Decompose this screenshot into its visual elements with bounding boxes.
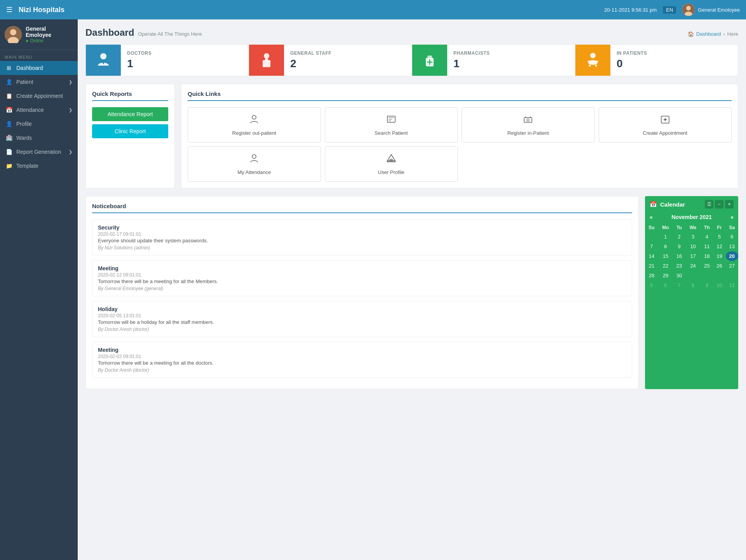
stat-card-in-patients[interactable]: IN PATIENTS 0 — [575, 44, 738, 76]
sidebar-item-patient[interactable]: 👤 Patient ❯ — [0, 75, 78, 89]
calendar-day-cell[interactable]: 16 — [673, 251, 685, 261]
calendar-day-cell[interactable]: 11 — [701, 242, 713, 251]
language-selector[interactable]: EN — [663, 6, 676, 14]
calendar-day-cell[interactable]: 11 — [726, 280, 738, 290]
calendar-day-cell[interactable]: 7 — [673, 280, 685, 290]
stat-card-general-staff[interactable]: GENERAL STAFF 2 — [249, 44, 412, 76]
calendar-day-cell[interactable]: 4 — [701, 232, 713, 242]
calendar-day-cell — [685, 271, 701, 280]
noticeboard-title: Noticeboard — [92, 203, 632, 213]
calendar-day-cell[interactable]: 8 — [658, 242, 673, 251]
menu-toggle-icon[interactable]: ☰ — [6, 5, 12, 14]
calendar-day-cell[interactable]: 24 — [685, 261, 701, 271]
calendar-day-header: Th — [701, 223, 713, 232]
datetime-display: 20-11-2021 9:56:31 pm — [604, 7, 657, 13]
calendar-day-cell[interactable]: 9 — [701, 280, 713, 290]
calendar-day-cell[interactable]: 5 — [645, 280, 658, 290]
calendar-day-cell[interactable]: 26 — [713, 261, 726, 271]
quick-links-grid: Register out-patient Search Patient — [188, 107, 732, 182]
calendar-day-cell[interactable]: 22 — [658, 261, 673, 271]
sidebar-item-attendance[interactable]: 📅 Attendance ❯ — [0, 103, 78, 117]
chevron-right-icon: ❯ — [69, 108, 72, 113]
calendar-day-cell[interactable]: 17 — [685, 251, 701, 261]
calendar-week-row: 14151617181920 — [645, 251, 738, 261]
svg-point-20 — [595, 64, 597, 67]
calendar-widget: 📅 Calendar ☰ − × « November 2021 » — [645, 196, 738, 389]
attendance-report-button[interactable]: Attendance Report — [92, 107, 168, 121]
calendar-week-row: 21222324252627 — [645, 261, 738, 271]
svg-rect-26 — [524, 118, 532, 122]
stat-card-value: 0 — [617, 57, 647, 70]
notice-by: By Doctor Aresh (doctor) — [98, 327, 626, 332]
calendar-day-cell[interactable]: 7 — [645, 242, 658, 251]
sidebar-user-panel: General Emoloyee Online — [0, 19, 78, 50]
sidebar-item-dashboard[interactable]: ⊞ Dashboard — [0, 61, 78, 75]
calendar-day-cell[interactable]: 6 — [658, 280, 673, 290]
quick-link-create-appointment[interactable]: Create Appointment — [599, 107, 732, 143]
calendar-day-cell[interactable]: 27 — [726, 261, 738, 271]
sidebar-item-label: Create Appoinment — [16, 93, 63, 99]
calendar-minimize-button[interactable]: − — [715, 200, 723, 209]
calendar-day-cell[interactable]: 15 — [658, 251, 673, 261]
quick-reports-panel: Quick Reports Attendance Report Clinic R… — [85, 84, 175, 188]
calendar-day-cell[interactable]: 14 — [645, 251, 658, 261]
calendar-next-button[interactable]: » — [730, 214, 734, 220]
calendar-day-cell[interactable]: 6 — [726, 232, 738, 242]
calendar-close-button[interactable]: × — [725, 200, 734, 209]
sidebar-item-template[interactable]: 📁 Template — [0, 159, 78, 173]
user-menu[interactable]: General Emoloyee — [682, 3, 740, 16]
sidebar-item-profile[interactable]: 👤 Profile — [0, 117, 78, 131]
svg-point-19 — [589, 64, 591, 67]
quick-link-search-patient[interactable]: Search Patient — [325, 107, 458, 143]
quick-link-user-profile[interactable]: User Profile — [325, 146, 458, 182]
calendar-day-cell[interactable]: 3 — [685, 232, 701, 242]
calendar-day-cell[interactable]: 28 — [645, 271, 658, 280]
quick-link-register-in-patient[interactable]: Register in-Patient — [462, 107, 595, 143]
chevron-right-icon: ❯ — [69, 150, 72, 155]
stat-card-pharmacists[interactable]: PHARMACISTS 1 — [412, 44, 575, 76]
calendar-prev-button[interactable]: « — [650, 214, 653, 220]
calendar-day-cell[interactable]: 30 — [673, 271, 685, 280]
quick-link-my-attendance[interactable]: My Attendance — [188, 146, 321, 182]
calendar-table: SuMoTuWeThFrSa 1234567891011121314151617… — [645, 223, 738, 290]
calendar-day-cell[interactable]: 23 — [673, 261, 685, 271]
svg-rect-11 — [265, 59, 268, 61]
sidebar-item-wards[interactable]: 🏥 Wards — [0, 131, 78, 145]
calendar-menu-button[interactable]: ☰ — [705, 200, 713, 209]
notice-title: Holiday — [98, 306, 626, 312]
my-attendance-icon — [249, 153, 260, 166]
calendar-day-cell — [713, 271, 726, 280]
calendar-day-cell[interactable]: 21 — [645, 261, 658, 271]
stat-card-doctors[interactable]: DOCTORS 1 — [85, 44, 249, 76]
breadcrumb: 🏠 Dashboard › Here — [688, 31, 738, 37]
calendar-day-cell[interactable]: 12 — [713, 242, 726, 251]
calendar-day-cell[interactable]: 8 — [685, 280, 701, 290]
quick-link-empty-1 — [462, 146, 595, 182]
calendar-day-cell[interactable]: 18 — [701, 251, 713, 261]
sidebar-item-label: Patient — [16, 79, 33, 85]
calendar-day-cell[interactable]: 29 — [658, 271, 673, 280]
calendar-day-cell[interactable]: 5 — [713, 232, 726, 242]
quick-link-register-out-patient[interactable]: Register out-patient — [188, 107, 321, 143]
sidebar-item-report-generation[interactable]: 📄 Report Generation ❯ — [0, 145, 78, 159]
sidebar-item-create-appointment[interactable]: 📋 Create Appoinment — [0, 89, 78, 103]
breadcrumb-home[interactable]: Dashboard — [696, 31, 721, 37]
calendar-day-header: Sa — [726, 223, 738, 232]
calendar-day-cell[interactable]: 13 — [726, 242, 738, 251]
calendar-day-cell[interactable]: 1 — [658, 232, 673, 242]
calendar-day-cell[interactable]: 20 — [726, 251, 738, 261]
calendar-week-row: 282930 — [645, 271, 738, 280]
stat-card-value: 1 — [127, 57, 152, 70]
notice-cal-row: Noticeboard Security 2020-02-17 09:01:01… — [85, 196, 738, 389]
calendar-day-cell[interactable]: 19 — [713, 251, 726, 261]
calendar-day-cell[interactable]: 10 — [685, 242, 701, 251]
clinic-report-button[interactable]: Clinic Report — [92, 124, 168, 138]
calendar-day-cell[interactable]: 25 — [701, 261, 713, 271]
calendar-controls: ☰ − × — [705, 200, 734, 209]
calendar-day-cell[interactable]: 10 — [713, 280, 726, 290]
calendar-day-cell[interactable]: 9 — [673, 242, 685, 251]
notice-date: 2020-02-17 09:01:01 — [98, 231, 626, 237]
svg-point-4 — [10, 29, 16, 35]
notice-date: 2020-02-02 09:01:01 — [98, 354, 626, 359]
calendar-day-cell[interactable]: 2 — [673, 232, 685, 242]
